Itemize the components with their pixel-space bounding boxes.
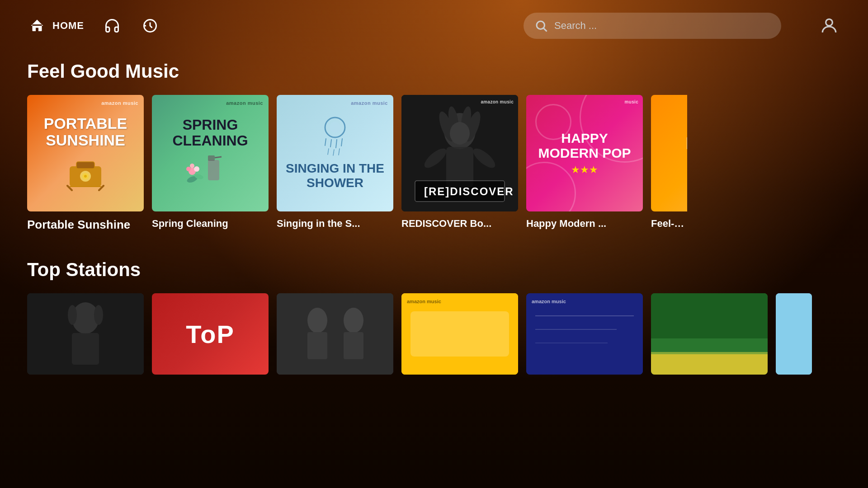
svg-rect-62 bbox=[651, 352, 768, 375]
shower-svg bbox=[308, 116, 362, 161]
station-card-top[interactable]: ToP bbox=[152, 293, 269, 375]
svg-line-26 bbox=[341, 139, 342, 146]
user-avatar[interactable] bbox=[817, 14, 841, 38]
spring-art-svg bbox=[183, 149, 237, 189]
svg-line-25 bbox=[336, 140, 337, 148]
svg-line-29 bbox=[339, 149, 340, 155]
search-input-wrapper[interactable]: Search ... bbox=[524, 13, 781, 39]
card-image-happy-pop: music HAPPY MODERN POP ★★★ bbox=[526, 95, 643, 211]
card-label-spring-cleaning: Spring Cleaning bbox=[152, 218, 269, 230]
svg-rect-50 bbox=[307, 332, 327, 359]
card-portable-sunshine[interactable]: amazon music PORTABLE SUNSHINE bbox=[27, 95, 144, 232]
svg-point-16 bbox=[190, 164, 194, 168]
spring-cleaning-text: SPRING CLEANING bbox=[161, 117, 259, 149]
top-stations-title: Top Stations bbox=[27, 259, 841, 281]
svg-rect-5 bbox=[76, 162, 94, 169]
card-singing-shower[interactable]: amazon music bbox=[277, 95, 393, 232]
svg-point-3 bbox=[826, 19, 833, 26]
card-label-singing-shower: Singing in the S... bbox=[277, 218, 393, 230]
svg-point-45 bbox=[68, 305, 77, 325]
card-happy-modern-pop[interactable]: music HAPPY MODERN POP ★★★ Happy Modern … bbox=[526, 95, 643, 232]
station-card-6[interactable] bbox=[651, 293, 768, 375]
station-7-art bbox=[776, 293, 812, 375]
search-placeholder: Search ... bbox=[554, 20, 597, 32]
station-3-art bbox=[277, 293, 393, 375]
svg-rect-56 bbox=[526, 293, 643, 375]
feel-good-art: FEEL-COU bbox=[651, 95, 687, 211]
card-label-feel-good: Feel-Go... bbox=[651, 218, 687, 230]
feel-good-section: Feel Good Music amazon music PORTABLE SU… bbox=[27, 61, 841, 232]
top-stations-section: Top Stations ToP bbox=[27, 259, 841, 375]
card-image-feel-good: FEEL-COU bbox=[651, 95, 687, 211]
station-card-7[interactable] bbox=[776, 293, 812, 375]
svg-line-23 bbox=[325, 139, 326, 145]
svg-text:[RE]DISCOVER: [RE]DISCOVER bbox=[424, 185, 514, 197]
svg-point-49 bbox=[307, 308, 327, 333]
svg-point-51 bbox=[344, 308, 363, 333]
card-image-spring-cleaning: amazon music SPRING CLEANING bbox=[152, 95, 269, 211]
svg-rect-64 bbox=[776, 293, 812, 375]
svg-point-1 bbox=[537, 21, 545, 29]
main-content: Feel Good Music amazon music PORTABLE SU… bbox=[0, 52, 868, 375]
svg-rect-48 bbox=[277, 293, 393, 375]
station-card-1[interactable] bbox=[27, 293, 144, 375]
nav-history[interactable] bbox=[140, 16, 160, 36]
header: HOME bbox=[0, 0, 868, 52]
svg-line-27 bbox=[328, 149, 329, 155]
feel-good-text: FEEL-COU bbox=[686, 134, 687, 172]
nav-home[interactable]: HOME bbox=[27, 16, 84, 36]
suitcase-art bbox=[61, 155, 110, 191]
station-5-art: amazon music bbox=[526, 293, 643, 375]
svg-point-22 bbox=[330, 122, 340, 133]
svg-point-39 bbox=[450, 122, 470, 145]
nav-headphones[interactable] bbox=[102, 16, 122, 36]
station-4-art: amazon music bbox=[401, 293, 518, 375]
rediscover-art-svg: [RE]DISCOVER bbox=[401, 95, 518, 211]
happy-pop-text: HAPPY MODERN POP bbox=[535, 131, 634, 160]
station-card-3[interactable] bbox=[277, 293, 393, 375]
home-label: HOME bbox=[52, 20, 84, 32]
svg-point-46 bbox=[94, 305, 103, 325]
nav-left: HOME bbox=[27, 16, 160, 36]
top-stations-row: ToP amazon music bbox=[27, 293, 841, 375]
search-bar[interactable]: Search ... bbox=[524, 13, 781, 39]
feel-good-cards-row: amazon music PORTABLE SUNSHINE bbox=[27, 95, 841, 232]
svg-rect-13 bbox=[208, 155, 215, 161]
portable-sunshine-art: amazon music PORTABLE SUNSHINE bbox=[27, 95, 144, 211]
station-card-5[interactable]: amazon music bbox=[526, 293, 643, 375]
svg-line-28 bbox=[333, 150, 334, 155]
spring-art: amazon music SPRING CLEANING bbox=[152, 95, 269, 211]
svg-rect-47 bbox=[72, 333, 99, 365]
card-image-portable-sunshine: amazon music PORTABLE SUNSHINE bbox=[27, 95, 144, 211]
svg-text:amazon music: amazon music bbox=[532, 299, 566, 304]
svg-rect-63 bbox=[651, 338, 768, 354]
card-feel-good-country[interactable]: FEEL-COU Feel-Go... bbox=[651, 95, 687, 232]
shower-text: SINGING IN THE SHOWER bbox=[284, 161, 386, 190]
svg-point-17 bbox=[194, 166, 199, 172]
headphones-icon bbox=[102, 16, 122, 36]
station-card-4[interactable]: amazon music bbox=[401, 293, 518, 375]
app-content: HOME bbox=[0, 0, 868, 488]
search-icon bbox=[534, 19, 548, 33]
happy-pop-stars: ★★★ bbox=[571, 164, 598, 176]
amazon-music-logo-4: amazon music bbox=[481, 99, 514, 104]
svg-point-18 bbox=[186, 167, 191, 171]
card-spring-cleaning[interactable]: amazon music SPRING CLEANING bbox=[152, 95, 269, 232]
shower-art: amazon music bbox=[277, 95, 393, 211]
station-1-art bbox=[27, 293, 144, 375]
home-icon bbox=[27, 16, 47, 36]
amazon-music-logo-3: amazon music bbox=[351, 100, 388, 106]
amazon-music-logo-2: amazon music bbox=[226, 100, 263, 106]
svg-text:amazon music: amazon music bbox=[407, 299, 441, 304]
card-rediscover[interactable]: amazon music bbox=[401, 95, 518, 232]
feel-good-title: Feel Good Music bbox=[27, 61, 841, 82]
top-label: ToP bbox=[186, 319, 235, 349]
card-image-rediscover: amazon music bbox=[401, 95, 518, 211]
svg-rect-12 bbox=[208, 160, 219, 180]
station-6-art bbox=[651, 293, 768, 375]
happy-pop-art: HAPPY MODERN POP ★★★ bbox=[526, 95, 643, 211]
svg-line-2 bbox=[544, 28, 547, 32]
amazon-music-logo-1: amazon music bbox=[101, 100, 138, 106]
svg-point-8 bbox=[84, 175, 87, 178]
card-label-rediscover: REDISCOVER Bo... bbox=[401, 218, 518, 230]
